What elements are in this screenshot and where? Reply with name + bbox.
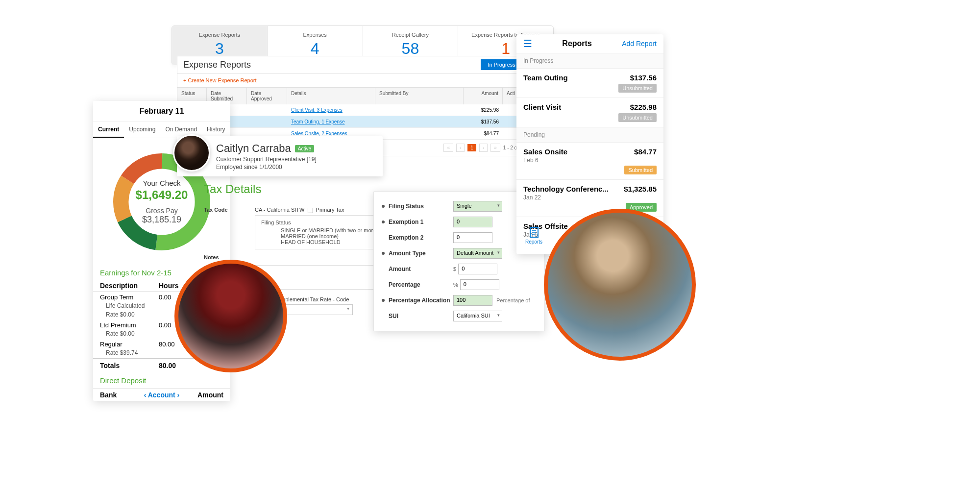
tab-tax[interactable]: Ta (230, 122, 230, 138)
required-dot-icon (382, 205, 385, 208)
create-expense-report-link[interactable]: + Create New Expense Report (177, 74, 549, 88)
employee-name: Caitlyn CarrabaActive (216, 142, 375, 155)
col-submitted-by: Submitted By (375, 88, 464, 104)
section-header: In Progress (516, 53, 663, 69)
summary-value: 4 (272, 40, 358, 58)
field-label: Filing Status (389, 203, 453, 210)
form-row: SUICalifornia SUI▾ (382, 308, 537, 324)
document-icon (528, 226, 540, 238)
status-badge: Submitted (624, 166, 657, 174)
field-label: Exemption 1 (389, 219, 453, 225)
report-date: Feb 6 (523, 157, 657, 164)
pager-next-icon[interactable]: › (479, 144, 488, 152)
status-badge: Unsubmitted (618, 113, 657, 122)
report-name: Sales Onsite (523, 147, 567, 156)
form-row: Percentage%0 (382, 277, 537, 293)
table-row[interactable]: Unsubmitted Client Visit, 3 Expenses $22… (177, 104, 549, 116)
decorative-photo (174, 260, 287, 372)
decorative-photo (544, 209, 696, 361)
paycheck-date: February 11 (93, 101, 230, 122)
report-amount: $84.77 (634, 147, 657, 156)
report-name: Client Visit (523, 103, 561, 111)
pager-prev-icon[interactable]: ‹ (456, 144, 465, 152)
report-amount: $225.98 (630, 103, 657, 111)
required-dot-icon (382, 299, 385, 302)
field-label: Amount Type (389, 250, 453, 257)
direct-deposit-header: Bank ‹ Account › Amount (93, 389, 230, 401)
form-row: Filing StatusSingle▾ (382, 198, 537, 214)
add-report-link[interactable]: Add Report (622, 40, 657, 48)
input-field[interactable]: 0 (453, 232, 492, 243)
employee-since: Employed since 1/1/2000 (216, 164, 375, 171)
form-row: Exemption 20 (382, 230, 537, 245)
select-field[interactable]: California SUI▾ (453, 311, 502, 321)
tab-upcoming[interactable]: Upcoming (124, 122, 160, 138)
pager-current: 1 (467, 144, 476, 151)
report-date: Jan 22 (523, 194, 657, 201)
field-label: SUI (389, 313, 453, 319)
employee-role: Customer Support Representative [19] (216, 156, 375, 163)
report-name: Technology Conferenc... (523, 185, 609, 193)
report-name: Team Outing (523, 74, 568, 82)
pager-first-icon[interactable]: « (443, 144, 453, 152)
required-dot-icon (382, 220, 385, 223)
table-header: Status Date Submitted Date Approved Deta… (177, 88, 549, 104)
form-row: Amount$0 (382, 261, 537, 277)
report-amount: $1,325.85 (624, 185, 657, 193)
details-link[interactable]: Team Outing, 1 Expense (287, 116, 375, 127)
avatar (173, 134, 210, 172)
report-item[interactable]: Client Visit$225.98Unsubmitted (516, 98, 663, 127)
tax-code-label: Tax Code (204, 207, 255, 213)
form-row: Exemption 10 (382, 214, 537, 230)
pager-last-icon[interactable]: » (490, 144, 500, 152)
status-badge: Active (295, 145, 314, 152)
input-field[interactable]: 0 (453, 217, 492, 227)
required-dot-icon (382, 252, 385, 255)
details-link[interactable]: Client Visit, 3 Expenses (287, 104, 375, 116)
select-field[interactable]: Default Amount▾ (453, 248, 502, 259)
summary-value: 58 (368, 40, 453, 58)
summary-label: Expense Reports (177, 32, 262, 38)
field-label: Percentage Allocation (389, 297, 453, 304)
tab-history[interactable]: History (202, 122, 230, 138)
reports-title: Reports (562, 39, 591, 48)
input-field[interactable]: 0 (458, 264, 497, 274)
notes-label: Notes (204, 254, 255, 260)
report-item[interactable]: Sales Onsite$84.77Feb 6Submitted (516, 143, 663, 180)
direct-deposit-title: Direct Deposit (93, 372, 230, 389)
employee-header-card: Caitlyn CarrabaActive Customer Support R… (177, 136, 383, 176)
summary-label: Receipt Gallery (368, 32, 453, 38)
form-row: Amount TypeDefault Amount▾ (382, 245, 537, 261)
field-label: Exemption 2 (389, 234, 453, 241)
your-check-label: Your Check (136, 179, 188, 187)
reports-app-icon[interactable]: Reports (525, 226, 542, 245)
status-badge: Unsubmitted (618, 84, 657, 93)
gross-pay-amount: $3,185.19 (136, 215, 188, 225)
gross-pay-label: Gross Pay (136, 207, 188, 215)
col-amount: Amount (464, 88, 503, 104)
form-row: Percentage Allocation100Percentage of (382, 293, 537, 308)
hamburger-icon[interactable]: ☰ (523, 41, 532, 47)
report-amount: $137.56 (630, 74, 657, 82)
account-nav[interactable]: ‹ Account › (139, 391, 184, 399)
summary-value: 3 (177, 40, 262, 58)
your-check-amount: $1,649.20 (136, 188, 188, 202)
field-label: Amount (389, 266, 453, 272)
primary-tax-checkbox[interactable] (308, 208, 313, 213)
input-field[interactable]: 0 (460, 279, 499, 290)
input-field[interactable]: 100 (453, 295, 492, 306)
col-date-approved: Date Approved (247, 88, 287, 104)
report-item[interactable]: Team Outing$137.56Unsubmitted (516, 69, 663, 98)
col-details: Details (287, 88, 375, 104)
summary-label: Expenses (272, 32, 358, 38)
panel-title: Expense Reports (183, 60, 251, 70)
field-label: Percentage (389, 281, 453, 288)
table-row[interactable]: Team Outing, 1 Expense $137.56 (177, 116, 549, 128)
select-field[interactable]: Single▾ (453, 201, 502, 212)
section-header: Pending (516, 127, 663, 143)
tab-current[interactable]: Current (93, 122, 124, 138)
